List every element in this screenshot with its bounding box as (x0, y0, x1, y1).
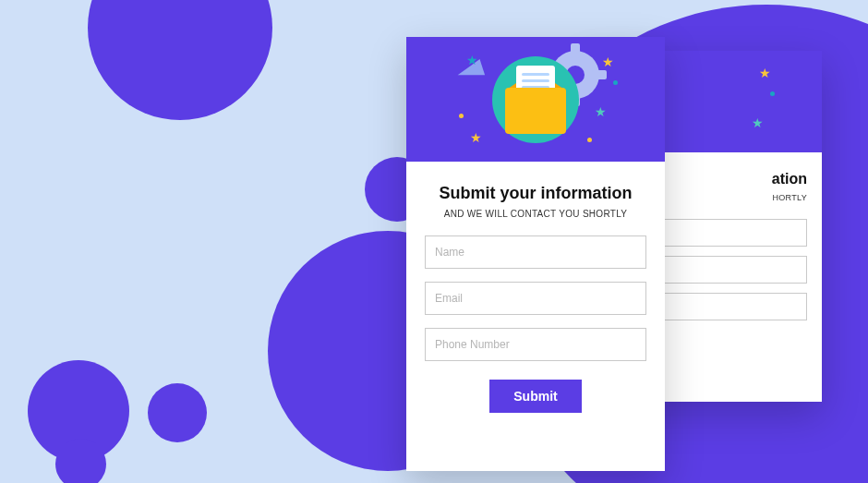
star-icon: ★ (595, 104, 607, 119)
envelope-illustration-icon: ★ ★ ★ ★ (485, 49, 586, 151)
form-title-back: ation (772, 171, 807, 187)
star-icon: ★ (470, 130, 482, 145)
star-icon: ★ (759, 66, 771, 80)
submit-button[interactable]: Submit (489, 380, 581, 413)
contact-form-card: ★ ★ ★ ★ Submit your information AND WE W… (406, 37, 665, 471)
phone-field[interactable] (425, 328, 646, 361)
star-icon: ★ (602, 54, 614, 69)
form-subtitle: AND WE WILL CONTACT YOU SHORTLY (444, 209, 628, 219)
star-icon: ★ (466, 53, 478, 67)
star-icon: ★ (752, 115, 764, 130)
dot-icon (587, 138, 592, 142)
bg-circle-bl-3 (148, 383, 207, 442)
bg-circle-bl-2 (55, 439, 106, 483)
dot-icon (613, 80, 618, 85)
dot-icon (770, 91, 775, 96)
card-hero: ★ ★ ★ ★ (406, 37, 665, 162)
bg-circle-top (88, 0, 272, 120)
envelope-illustration-icon: ★ ★ (660, 60, 743, 143)
form-subtitle-back: HORTLY (773, 193, 807, 202)
name-field[interactable] (425, 235, 646, 269)
form-title: Submit your information (440, 184, 633, 203)
email-field[interactable] (425, 282, 646, 315)
dot-icon (459, 114, 464, 118)
